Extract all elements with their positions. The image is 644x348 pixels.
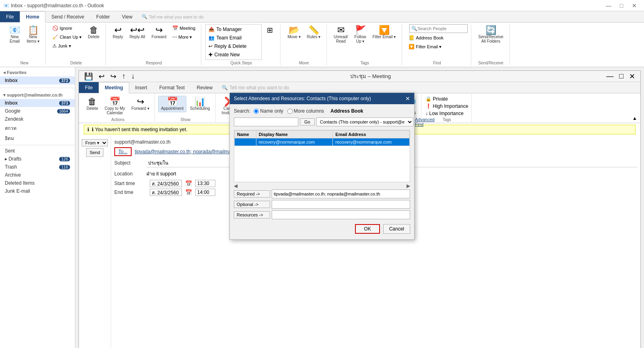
sidebar-item-idom[interactable]: อิดม (0, 133, 75, 143)
search-people-box[interactable]: 🔍 (409, 24, 468, 33)
resources-field[interactable] (272, 210, 410, 219)
appointment-btn[interactable]: 📅Appointment (158, 96, 186, 112)
meeting-tab-insert[interactable]: Insert (129, 82, 153, 93)
sidebar-item-junk[interactable]: Junk E-mail (0, 187, 75, 195)
close-btn[interactable]: ✕ (628, 0, 641, 11)
tab-send-receive[interactable]: Send / Receive (45, 11, 90, 22)
sidebar-item-zendesk[interactable]: Zendesk (0, 115, 75, 123)
end-date-field[interactable] (150, 189, 182, 196)
ok-button[interactable]: OK (355, 224, 380, 234)
scroll-left-arrow[interactable]: ◀ (234, 183, 237, 189)
low-importance-btn[interactable]: ↓Low Importance (425, 110, 469, 117)
start-time-field[interactable] (195, 180, 215, 187)
meeting-forward-btn[interactable]: ↪Forward ▾ (128, 96, 152, 112)
name-only-radio[interactable] (254, 109, 259, 114)
up-toolbar-btn[interactable]: ↑ (120, 71, 128, 82)
more-columns-radio[interactable] (287, 109, 293, 114)
to-button[interactable]: To... (114, 147, 132, 156)
new-email-button[interactable]: 📧 NewEmail (6, 24, 23, 45)
sidebar-item-archive[interactable]: Archive (0, 171, 75, 179)
forward-button[interactable]: ↪Forward (149, 24, 169, 41)
undo-toolbar-btn[interactable]: ↩ (97, 71, 107, 82)
start-cal-icon[interactable]: 📅 (185, 180, 192, 187)
go-button[interactable]: Go (300, 118, 315, 126)
name-only-option[interactable]: Name only (254, 108, 283, 114)
filter-email-find-button[interactable]: 🔽Filter Email ▾ (406, 43, 468, 51)
search-people-input[interactable] (417, 26, 466, 31)
meeting-button[interactable]: 📅Meeting (170, 24, 198, 32)
send-button[interactable]: Send (86, 148, 104, 157)
start-date-field[interactable] (150, 180, 182, 187)
dialog-close-btn[interactable]: ✕ (405, 95, 410, 102)
sidebar-item-drafts[interactable]: ▸ Drafts 126 (0, 155, 75, 163)
tell-me-input[interactable]: Tell me what you want to do (149, 14, 204, 19)
save-toolbar-btn[interactable]: 💾 (82, 71, 95, 82)
table-row[interactable]: recovery@normmarque.com recovery@normmar… (235, 138, 410, 146)
quick-step-to-manager[interactable]: 📤To Manager (206, 25, 260, 33)
from-dropdown[interactable]: From ▾ (82, 139, 108, 146)
reply-all-button[interactable]: ↩↩Reply All (127, 24, 148, 41)
search-box-input[interactable] (234, 117, 298, 126)
end-cal-icon[interactable]: 📅 (185, 189, 192, 196)
tab-home[interactable]: Home (20, 11, 45, 23)
reply-button[interactable]: ↩Reply (110, 24, 126, 41)
tab-folder[interactable]: Folder (90, 11, 116, 22)
advanced-find-link[interactable]: Advanced Find (415, 117, 435, 127)
cancel-button[interactable]: Cancel (383, 224, 410, 234)
sidebar-item-google[interactable]: Google 1664 (0, 107, 75, 115)
quick-steps-more-button[interactable]: ⊞ (262, 24, 277, 36)
maximize-btn[interactable]: □ (615, 0, 628, 11)
redo-toolbar-btn[interactable]: ↪ (108, 71, 118, 82)
meeting-tab-meeting[interactable]: Meeting (99, 82, 129, 93)
scroll-right-arrow[interactable]: ▶ (407, 183, 410, 189)
follow-up-button[interactable]: 🚩FollowUp ▾ (352, 24, 369, 45)
quick-step-create-new[interactable]: ✚Create New (206, 51, 260, 59)
send-receive-all-button[interactable]: 🔄Send/ReceiveAll Folders (475, 24, 506, 45)
quick-step-team-email[interactable]: 👥Team Email (206, 34, 260, 42)
high-importance-btn[interactable]: ❗High Importance (425, 103, 469, 109)
unread-read-button[interactable]: ✉Unread/Read (331, 24, 351, 45)
address-book-dropdown[interactable]: Contacts (This computer only) - support@… (316, 117, 413, 126)
filter-email-button[interactable]: 🔽Filter Email ▾ (369, 24, 398, 41)
meeting-close-btn[interactable]: ✕ (627, 71, 637, 82)
address-book-button[interactable]: 📒Address Book (406, 34, 468, 42)
end-time-field[interactable] (195, 189, 215, 196)
meeting-tab-file[interactable]: File (79, 82, 99, 93)
resources-button[interactable]: Resources -> (234, 211, 270, 218)
meeting-restore-btn[interactable]: □ (617, 71, 625, 82)
rules-button[interactable]: 📏Rules ▾ (304, 24, 323, 41)
sidebar-inbox-favorite[interactable]: Inbox 373 (0, 76, 75, 84)
move-button[interactable]: 📂Move ▾ (285, 24, 303, 41)
sidebar-item-inbox[interactable]: Inbox 373 (0, 99, 75, 107)
more-respond-button[interactable]: ⋯More ▾ (170, 33, 198, 41)
sidebar-item-deleted[interactable]: Deleted Items (0, 179, 75, 187)
cleanup-button[interactable]: 🧹Clean Up ▾ (50, 33, 84, 41)
private-btn[interactable]: 🔒Private (425, 96, 469, 102)
meeting-tell-me[interactable]: Tell me what you want to do (229, 85, 289, 91)
required-field[interactable] (272, 189, 410, 198)
tab-file[interactable]: File (0, 11, 20, 22)
meeting-delete-btn[interactable]: 🗑Delete (84, 96, 101, 112)
optional-button[interactable]: Optional -> (234, 201, 270, 208)
minimize-btn[interactable]: — (602, 0, 615, 11)
account-label[interactable]: ▾ support@mailmaster.co.th (0, 91, 75, 99)
required-button[interactable]: Required -> (234, 190, 270, 198)
sidebar-item-sent[interactable]: Sent (0, 147, 75, 155)
down-toolbar-btn[interactable]: ↓ (129, 71, 137, 82)
expand-ribbon-btn[interactable]: ▲ (632, 94, 638, 122)
sidebar-item-skwt[interactable]: สกวท (0, 123, 75, 133)
quick-step-reply-delete[interactable]: ↩Reply & Delete (206, 42, 260, 50)
scheduling-btn[interactable]: 📊Scheduling (187, 96, 213, 112)
copy-calendar-btn[interactable]: 📅Copy to MyCalendar (102, 96, 128, 117)
optional-field[interactable] (272, 200, 410, 209)
junk-button[interactable]: ⚠Junk ▾ (50, 42, 84, 50)
meeting-tab-review[interactable]: Review (191, 82, 219, 93)
tab-view[interactable]: View (116, 11, 138, 22)
more-columns-option[interactable]: More columns (287, 108, 324, 114)
delete-button[interactable]: 🗑 Delete (85, 24, 102, 41)
new-items-button[interactable]: 📋 NewItems ▾ (24, 24, 42, 45)
sidebar-item-trash[interactable]: Trash 116 (0, 163, 75, 171)
ignore-button[interactable]: 🚫Ignore (50, 24, 84, 32)
meeting-tab-format[interactable]: Format Text (153, 82, 191, 93)
meeting-minimize-btn[interactable]: — (604, 71, 615, 82)
